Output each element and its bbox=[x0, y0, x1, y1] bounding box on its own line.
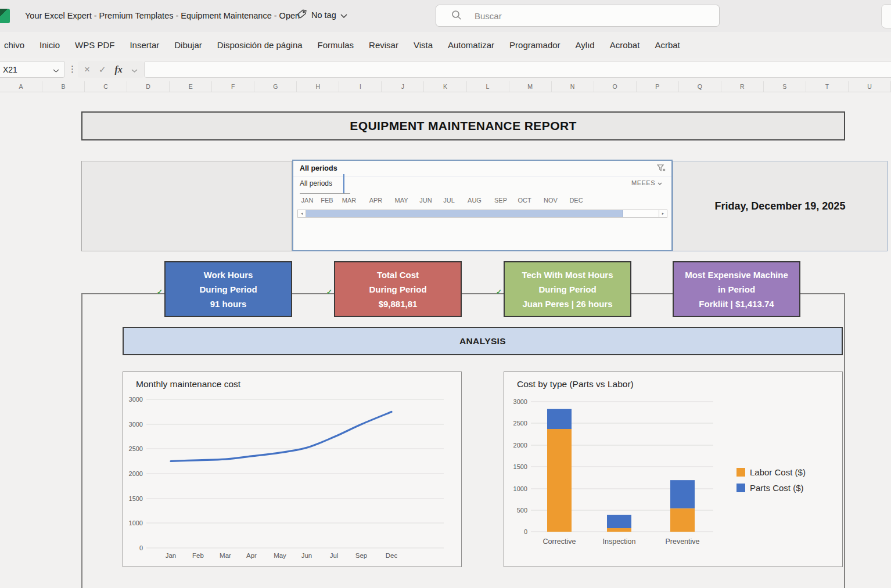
bar-chart-box[interactable]: 050010001500200025003000CorrectiveInspec… bbox=[504, 371, 843, 567]
formula-input[interactable] bbox=[144, 61, 891, 78]
line-chart-box[interactable]: 0100015002000250030003000JanFebMarAprMay… bbox=[123, 371, 462, 567]
menu-tab[interactable]: Acrobat bbox=[602, 40, 648, 50]
column-header[interactable]: C bbox=[85, 81, 127, 92]
tag-button[interactable]: No tag bbox=[296, 9, 347, 21]
svg-text:Jun: Jun bbox=[301, 552, 312, 559]
slicer-month[interactable]: DEC bbox=[566, 197, 586, 204]
slicer-month[interactable]: SEP bbox=[491, 197, 511, 204]
scroll-left-icon[interactable]: ◂ bbox=[298, 210, 306, 217]
column-header[interactable]: T bbox=[806, 81, 849, 92]
slicer-month[interactable]: APR bbox=[366, 197, 386, 204]
column-header[interactable]: U bbox=[849, 81, 891, 92]
column-header[interactable]: A bbox=[0, 81, 42, 92]
menu-tab[interactable]: Aylıd bbox=[568, 40, 602, 50]
column-header[interactable]: B bbox=[42, 81, 85, 92]
search-placeholder: Buscar bbox=[475, 11, 502, 21]
date-box: Friday, December 19, 2025 bbox=[673, 161, 888, 251]
search-box[interactable]: Buscar bbox=[436, 5, 720, 27]
slicer-scrollbar[interactable]: ◂ ▸ bbox=[297, 210, 667, 218]
name-box[interactable]: X21 bbox=[0, 61, 65, 78]
line-chart: 0100015002000250030003000JanFebMarAprMay… bbox=[123, 372, 462, 568]
column-header[interactable]: L bbox=[467, 81, 509, 92]
slicer-month[interactable]: NOV bbox=[541, 197, 561, 204]
column-header[interactable]: O bbox=[594, 81, 637, 92]
svg-text:2000: 2000 bbox=[129, 470, 143, 477]
formula-buttons: × ✓ fx bbox=[78, 61, 144, 78]
kpi-value: Forkliit | $1,413.74 bbox=[674, 297, 799, 311]
menu-tab[interactable]: Automatizar bbox=[440, 40, 502, 50]
column-header[interactable]: P bbox=[637, 81, 679, 92]
column-header[interactable]: E bbox=[170, 81, 212, 92]
enter-icon[interactable]: ✓ bbox=[99, 65, 106, 74]
slicer-month[interactable]: OCT bbox=[515, 197, 534, 204]
slicer-month[interactable]: MAY bbox=[391, 197, 411, 204]
column-header[interactable]: K bbox=[424, 81, 466, 92]
slicer-month[interactable]: JUN bbox=[416, 197, 436, 204]
menu-tab[interactable]: chivo bbox=[0, 40, 32, 50]
kpi-line: Tech With Most Hours bbox=[505, 268, 630, 282]
svg-text:Jul: Jul bbox=[330, 552, 339, 559]
clear-filter-icon[interactable] bbox=[657, 164, 666, 175]
menu-tab[interactable]: Formulas bbox=[310, 40, 362, 50]
column-header[interactable]: R bbox=[721, 81, 764, 92]
menu-tab[interactable]: Inicio bbox=[32, 40, 67, 50]
stacked-bar-chart: 050010001500200025003000CorrectiveInspec… bbox=[504, 372, 843, 568]
filter-left-box bbox=[81, 161, 292, 251]
svg-text:Labor Cost ($): Labor Cost ($) bbox=[750, 467, 806, 477]
slicer-scrollbar-thumb[interactable] bbox=[306, 210, 623, 217]
svg-text:1000: 1000 bbox=[129, 520, 143, 526]
kpi-card-top-tech: Tech With Most Hours During Period Juan … bbox=[504, 261, 631, 317]
kpi-value: 91 hours bbox=[166, 297, 291, 311]
svg-text:3000: 3000 bbox=[129, 421, 143, 428]
slicer-period-dropdown[interactable]: MEEES bbox=[631, 179, 662, 186]
slicer-month[interactable]: JAN bbox=[297, 197, 317, 204]
slicer-month[interactable]: JUL bbox=[439, 197, 459, 204]
menu-tab[interactable]: Revisar bbox=[361, 40, 406, 50]
analysis-header: ANALYSIS bbox=[123, 327, 843, 355]
column-header[interactable]: G bbox=[254, 81, 297, 92]
slicer-selection-label: All periods bbox=[300, 179, 332, 187]
kpi-line: Most Expensive Machine bbox=[674, 268, 799, 282]
column-header[interactable]: D bbox=[127, 81, 170, 92]
cancel-icon[interactable]: × bbox=[84, 64, 90, 74]
column-header[interactable]: J bbox=[382, 81, 424, 92]
slicer-selection-underline bbox=[300, 193, 343, 194]
svg-text:Mar: Mar bbox=[220, 552, 231, 559]
slicer-selection-cursor[interactable] bbox=[343, 174, 344, 194]
tag-label: No tag bbox=[311, 10, 336, 20]
svg-text:2500: 2500 bbox=[129, 445, 143, 452]
menu-tab[interactable]: Dibujar bbox=[167, 40, 210, 50]
titlebar-overflow-button[interactable] bbox=[881, 4, 891, 28]
search-icon bbox=[451, 10, 462, 22]
tag-icon bbox=[296, 9, 307, 21]
scroll-right-icon[interactable]: ▸ bbox=[659, 210, 667, 217]
column-header[interactable]: H bbox=[297, 81, 339, 92]
chevron-down-icon bbox=[340, 10, 347, 20]
comment-marker-icon: ✓ bbox=[496, 288, 502, 296]
menu-tab[interactable]: Insertar bbox=[122, 40, 167, 50]
slicer-selection-tick bbox=[343, 193, 350, 194]
menu-tab[interactable]: WPS PDF bbox=[67, 40, 122, 50]
svg-text:1000: 1000 bbox=[513, 485, 527, 492]
comment-marker-icon: ✓ bbox=[157, 288, 163, 296]
chevron-down-icon bbox=[53, 65, 59, 74]
menu-tab[interactable]: Programador bbox=[502, 40, 568, 50]
column-header[interactable]: Q bbox=[679, 81, 721, 92]
svg-text:2000: 2000 bbox=[513, 442, 527, 449]
column-header[interactable]: F bbox=[212, 81, 254, 92]
menu-tab[interactable]: Acrbat bbox=[647, 40, 687, 50]
column-header[interactable]: M bbox=[509, 81, 552, 92]
chevron-down-icon[interactable] bbox=[131, 64, 138, 75]
column-header[interactable]: I bbox=[339, 81, 382, 92]
column-header[interactable]: S bbox=[764, 81, 806, 92]
menu-tab[interactable]: Vista bbox=[406, 40, 440, 50]
slicer-month[interactable]: FEB bbox=[317, 197, 337, 204]
column-header[interactable]: N bbox=[552, 81, 594, 92]
insert-function-icon[interactable]: fx bbox=[115, 64, 123, 75]
menu-tab[interactable]: Disposición de página bbox=[210, 40, 310, 50]
slicer-month[interactable]: MAR bbox=[339, 197, 359, 204]
more-options-icon[interactable]: ⋮ bbox=[68, 64, 77, 74]
slicer-month[interactable]: AUG bbox=[465, 197, 484, 204]
svg-text:3000: 3000 bbox=[513, 398, 527, 405]
svg-text:May: May bbox=[274, 552, 286, 559]
